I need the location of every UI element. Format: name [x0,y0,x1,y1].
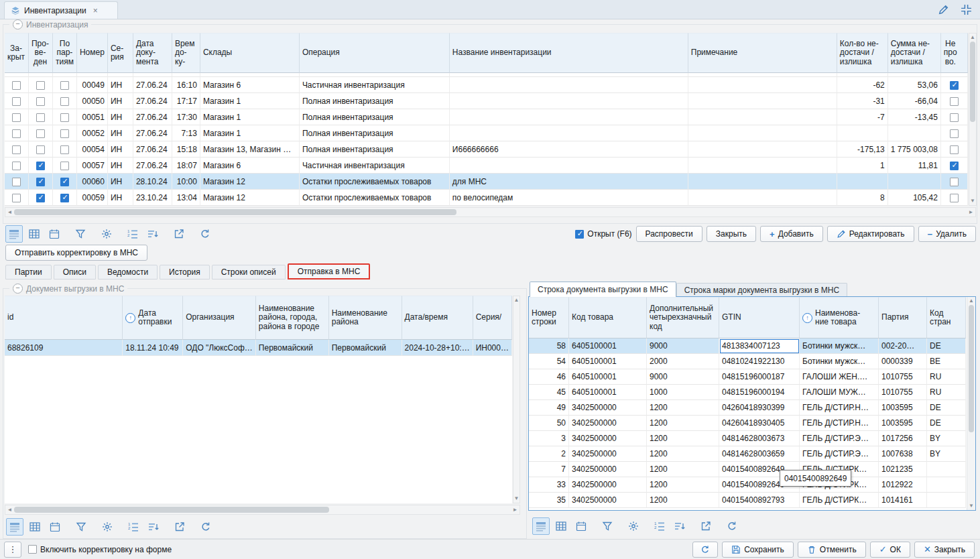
row-checkbox[interactable] [12,113,21,122]
row-checkbox[interactable] [36,145,45,154]
cell[interactable]: Первомайский [256,340,329,356]
column-header[interactable]: Примечание [688,33,837,73]
column-header[interactable]: Не про во. [941,33,968,73]
cell[interactable]: Остатки прослеживаемых товаров [300,190,450,206]
cell[interactable]: 33 [529,477,569,493]
cell[interactable]: 0000339 [879,354,927,369]
cell[interactable]: ГАЛОШИ МУЖ… [800,385,879,400]
cell[interactable]: 68826109 [5,340,123,356]
cell[interactable]: 2024-10-28+10:… [402,340,473,356]
cell[interactable]: Частичная инвентаризация [300,77,450,93]
cell[interactable]: 27.06.24 [133,109,172,125]
refresh-icon[interactable] [197,518,215,536]
tab-close-icon[interactable]: × [93,6,98,15]
column-header[interactable]: Сумма не- достачи / излишка [888,33,941,73]
cell[interactable]: 00054 [77,141,108,158]
row-checkbox[interactable] [950,162,959,170]
cell[interactable]: ИН [108,93,133,109]
cell[interactable]: Полная инвентаризация [300,93,450,109]
column-header[interactable]: По пар- тиям [53,33,77,73]
cell[interactable] [29,109,53,125]
cell[interactable] [5,141,29,158]
unpost-button[interactable]: Распровести [636,226,702,242]
cell[interactable] [450,93,688,109]
cell[interactable]: 7:13 [172,125,200,141]
cell[interactable] [29,158,53,174]
cell[interactable]: ГЕЛЬ Д/СТИРК… [800,493,879,508]
cell[interactable] [5,125,29,141]
cell[interactable]: Магазин 6 [200,158,300,174]
column-header[interactable]: Название инвентаризации [450,33,688,73]
table-row[interactable]: 00050ИН27.06.2417:17Магазин 1Полная инве… [5,93,968,109]
cell[interactable]: Остатки прослеживаемых товаров [300,174,450,190]
cell[interactable] [927,477,966,493]
cell[interactable]: 1007638 [879,446,927,462]
cell[interactable]: 9000 [647,338,719,354]
sort-lines-icon[interactable] [145,518,162,536]
cell[interactable]: ИН [108,109,133,125]
cell[interactable]: Полная инвентаризация [300,125,450,141]
cell[interactable]: 7 [529,462,569,477]
cell[interactable] [53,125,77,141]
tab-vedomosti[interactable]: Ведомости [98,265,158,280]
cell[interactable] [5,77,29,93]
refresh-icon[interactable] [723,517,741,535]
row-checkbox[interactable] [36,129,45,138]
row-checkbox[interactable] [36,194,45,202]
row-checkbox[interactable] [36,178,45,186]
cell[interactable]: 17:30 [172,109,200,125]
cell[interactable] [927,493,966,508]
numbered-list-icon[interactable]: 12 [124,225,141,243]
row-checkbox[interactable] [12,162,21,170]
cell[interactable]: 18.11.24 10:49 [123,340,183,356]
cell[interactable] [53,141,77,158]
table-row[interactable]: 353402500000120004015400892793ГЕЛЬ Д/СТИ… [529,493,966,508]
tab-opisi[interactable]: Описи [54,265,96,280]
close-document-button[interactable]: Закрыть [707,226,756,242]
cell[interactable]: 00057 [77,158,108,174]
cell[interactable] [450,125,688,141]
row-checkbox[interactable] [60,178,69,186]
cell[interactable]: 17:17 [172,93,200,109]
tab-doc-row[interactable]: Строка документа выгрузки в МНС [530,282,676,297]
filter-icon[interactable] [72,225,89,243]
row-checkbox[interactable] [950,81,959,90]
scroll-up-icon[interactable]: ▲ [969,34,977,42]
cell[interactable]: 3402500000 [569,493,647,508]
list-view-icon[interactable] [5,225,23,243]
column-header[interactable]: Серия/ [473,296,512,340]
cell[interactable]: Магазин 12 [200,174,300,190]
cell[interactable]: 00049 [77,77,108,93]
cell[interactable] [688,125,837,141]
calendar-icon[interactable] [46,518,64,536]
table-row[interactable]: 503402500000120004260418930405ГЕЛЬ Д/СТИ… [529,416,966,431]
table-row[interactable]: 00054ИН27.06.2415:18Магазин 13, Магазин … [5,141,968,158]
cell[interactable]: 1021235 [879,462,927,477]
edit-icon[interactable] [936,2,951,17]
list-view-icon[interactable] [532,517,550,535]
cell[interactable] [688,109,837,125]
include-correction-checkbox[interactable]: Включить корректировку на форме [28,545,172,554]
cell[interactable]: -62 [837,77,888,93]
cell[interactable]: 46 [529,369,569,385]
row-checkbox[interactable] [36,113,45,122]
cell[interactable] [888,125,941,141]
scrollbar-thumb[interactable] [970,42,975,122]
cell[interactable]: ОДО "ЛюксСоф… [183,340,256,356]
column-header[interactable]: За- крыт [5,33,29,73]
column-header[interactable]: Дата/время [402,296,473,340]
column-header[interactable]: Склады [200,33,300,73]
tab-inventories[interactable]: Инвентаризации × [4,1,118,19]
row-checkbox[interactable] [36,162,45,170]
cell[interactable]: ИН [108,125,133,141]
cell[interactable]: ИН [108,77,133,93]
cell[interactable]: 04015400892793 [719,493,800,508]
cell[interactable]: 4813834007123 [719,338,800,354]
column-header[interactable]: Операция [300,33,450,73]
cell[interactable]: RU [927,369,966,385]
cell[interactable]: 2000 [647,354,719,369]
cell[interactable]: И666666666 [450,141,688,158]
column-header[interactable]: Наименование района, города, района в го… [256,296,329,340]
cell[interactable]: ИН [108,190,133,206]
cell[interactable]: 28.10.24 [133,174,172,190]
